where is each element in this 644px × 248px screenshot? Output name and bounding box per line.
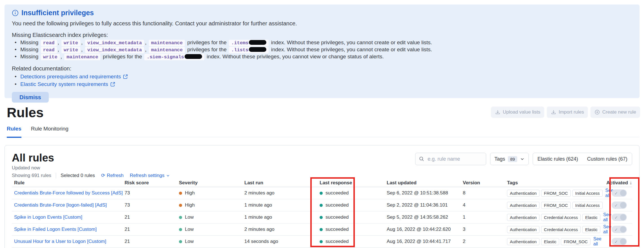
tab-rules[interactable]: Rules — [7, 126, 21, 138]
callout-title-row: Insufficient privileges — [12, 9, 632, 17]
redaction-pill — [249, 47, 266, 52]
import-rules-button[interactable]: Import rules — [547, 107, 588, 118]
refresh-settings-link[interactable]: Refresh settings — [130, 173, 170, 178]
table-row: Spike in Failed Logon Events [Custom] 21… — [12, 223, 632, 236]
last-run-cell: 14 seconds ago — [242, 239, 317, 244]
check-icon: ✓ — [614, 191, 618, 195]
doc-link-detections-prerequisites[interactable]: Detections prerequisites and requirement… — [20, 73, 128, 80]
utility-divider — [56, 173, 56, 178]
tag-badge: Credential Access — [541, 226, 581, 233]
tags-cell: Authentication Credential Access Elastic… — [505, 212, 606, 222]
table-row: Spike in Logon Events [Custom] 21 Low 1 … — [12, 211, 632, 223]
external-link-icon — [110, 82, 115, 87]
see-all-link[interactable]: See all — [593, 236, 606, 247]
toggle-knob — [620, 190, 626, 196]
version-cell: 8 — [461, 190, 505, 196]
tags-filter-button[interactable]: Tags 89 — [490, 153, 529, 165]
tab-rule-monitoring[interactable]: Rule Monitoring — [31, 126, 68, 138]
privilege-code: write — [61, 47, 80, 53]
severity-dot — [179, 228, 182, 231]
index-name-code: .items — [229, 40, 269, 46]
table-header-row: Rule Risk score Severity Last run Last r… — [12, 179, 632, 187]
chevron-down-icon — [166, 174, 170, 178]
search-input[interactable] — [427, 156, 482, 162]
privilege-code: maintenance — [149, 47, 185, 53]
missing-privilege-item: Missing write, maintenance privileges fo… — [12, 53, 632, 60]
last-response-cell: succeeded — [317, 239, 384, 244]
column-header-risk-score[interactable]: Risk score — [122, 180, 177, 186]
utility-bar: Showing 691 rules Selected 0 rules ⟳ Ref… — [12, 172, 170, 178]
create-new-rule-button[interactable]: Create new rule — [590, 107, 640, 118]
last-response-cell: succeeded — [317, 227, 384, 232]
activated-toggle[interactable]: ✓ — [612, 238, 627, 245]
last-run-cell: 2 minutes ago — [242, 227, 317, 232]
version-cell: 2 — [461, 239, 505, 244]
rule-link[interactable]: Credentials Brute-Force [logon-failed] [… — [14, 202, 107, 208]
tags-count-badge: 89 — [508, 156, 517, 162]
tag-badge: FROM_SOC — [541, 202, 571, 209]
elastic-rules-filter[interactable]: Elastic rules (624) — [533, 156, 583, 162]
activated-toggle[interactable]: ✓ — [612, 189, 627, 197]
tag-badge: Elastic — [582, 214, 600, 221]
tag-badge: Authentication — [507, 214, 539, 221]
activated-cell: ✓ — [606, 214, 632, 221]
activated-toggle[interactable]: ✓ — [612, 226, 627, 233]
last-response-cell: succeeded — [317, 190, 384, 196]
header-actions: Upload value lists Import rules Create n… — [491, 107, 640, 118]
last-updated-cell: Sep 2, 2022 @ 11:04:36.101 — [384, 202, 461, 208]
column-header-version[interactable]: Version — [461, 180, 505, 186]
rule-search-box[interactable] — [415, 153, 486, 165]
column-header-activated[interactable]: Activated ↓ — [606, 180, 632, 186]
column-header-last-response[interactable]: Last response — [317, 180, 384, 186]
status-dot — [320, 192, 323, 195]
rule-link[interactable]: Unusual Hour for a User to Logon [Custom… — [14, 239, 106, 244]
doc-link-system-requirements[interactable]: Elastic Security system requirements — [20, 80, 115, 88]
missing-privileges-list: Missing read, write, view_index_metadata… — [12, 39, 632, 60]
risk-score-cell: 21 — [122, 239, 177, 244]
column-header-last-run[interactable]: Last run — [242, 180, 317, 186]
severity-dot — [179, 216, 182, 219]
refresh-link[interactable]: ⟳ Refresh — [101, 172, 124, 178]
status-dot — [320, 204, 323, 207]
severity-cell: High — [177, 202, 242, 208]
last-response-cell: succeeded — [317, 202, 384, 208]
rule-link[interactable]: Spike in Logon Events [Custom] — [14, 214, 82, 220]
redaction-pill — [249, 40, 266, 45]
tabs: Rules Rule Monitoring — [7, 126, 68, 138]
search-filter-row: Tags 89 Elastic rules (624) Custom rules… — [415, 153, 632, 165]
last-updated-cell: Sep 5, 2022 @ 14:35:58.262 — [384, 214, 461, 220]
info-icon — [12, 10, 19, 16]
tag-badge: FROM_SOC — [561, 238, 590, 245]
last-run-cell: 1 minute ago — [242, 214, 317, 220]
custom-rules-filter[interactable]: Custom rules (67) — [583, 156, 632, 162]
upload-value-lists-button[interactable]: Upload value lists — [491, 107, 544, 118]
severity-dot — [179, 192, 182, 195]
rule-link[interactable]: Spike in Failed Logon Events [Custom] — [14, 227, 97, 232]
column-header-severity[interactable]: Severity — [177, 180, 242, 186]
toggle-knob — [620, 226, 626, 232]
activated-cell: ✓ — [606, 226, 632, 233]
callout-title: Insufficient privileges — [21, 9, 94, 17]
column-header-rule[interactable]: Rule — [12, 180, 122, 186]
external-link-icon — [123, 74, 128, 79]
column-header-tags[interactable]: Tags — [505, 180, 606, 186]
dismiss-button[interactable]: Dismiss — [12, 92, 49, 103]
doc-list-item: Elastic Security system requirements — [12, 80, 632, 88]
privilege-code: write — [61, 40, 80, 46]
tag-badge: Credential Access — [541, 214, 581, 221]
tag-badge: Elastic — [541, 238, 559, 245]
column-header-last-updated[interactable]: Last updated — [384, 180, 461, 186]
activated-toggle[interactable]: ✓ — [612, 202, 627, 209]
severity-cell: Low — [177, 214, 242, 220]
status-dot — [320, 240, 323, 243]
privilege-code: write — [41, 54, 60, 60]
search-icon — [419, 156, 424, 162]
rule-link[interactable]: Credentials Brute-Force followed by Succ… — [14, 190, 123, 196]
tag-badge: Authentication — [507, 226, 539, 233]
tag-badge: FROM_SOC — [541, 190, 571, 197]
check-icon: ✓ — [614, 240, 618, 244]
plus-circle-icon — [594, 109, 600, 115]
import-icon — [495, 109, 501, 115]
activated-toggle[interactable]: ✓ — [612, 214, 627, 221]
check-icon: ✓ — [614, 203, 618, 207]
